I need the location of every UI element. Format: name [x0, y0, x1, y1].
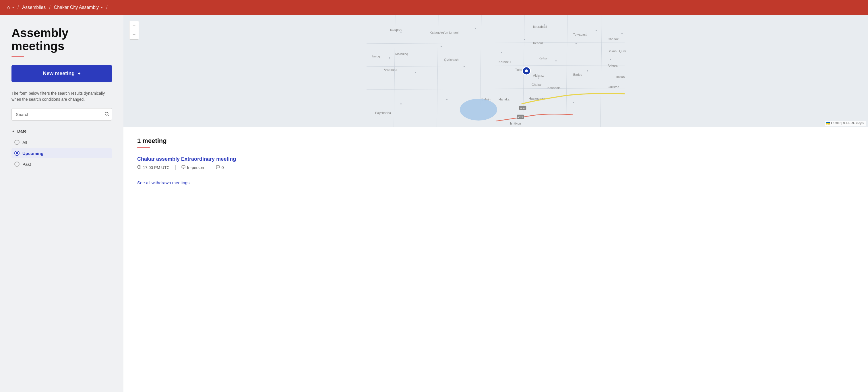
date-filter-section: ▲ Date All Upcoming Past — [11, 129, 112, 169]
svg-text:Aldaraz: Aldaraz — [533, 74, 544, 77]
search-button[interactable] — [104, 111, 109, 118]
topbar: ⌂ ▾ / Assemblies / Chakar City Assembly … — [0, 0, 868, 15]
page-title: Assembly meetings — [11, 26, 112, 53]
clock-icon — [137, 165, 141, 170]
svg-text:Hanaka: Hanaka — [499, 98, 510, 101]
separator-1: / — [18, 5, 19, 10]
svg-point-27 — [538, 77, 539, 78]
svg-point-28 — [400, 103, 402, 104]
svg-text:Karankul: Karankul — [499, 60, 511, 64]
svg-text:Ishtixon: Ishtixon — [510, 122, 521, 125]
svg-point-15 — [596, 30, 597, 31]
search-input[interactable] — [11, 108, 112, 121]
radio-circle-past — [14, 162, 20, 167]
date-chevron-icon: ▲ — [11, 129, 15, 133]
svg-text:Tolyabasti: Tolyabasti — [573, 33, 587, 36]
date-filter-label: Date — [17, 129, 27, 133]
map-zoom-controls: + − — [129, 21, 139, 40]
search-wrapper — [11, 108, 112, 121]
svg-text:Beshbola: Beshbola — [547, 86, 561, 90]
map-container[interactable]: Boltobi Itburabasi Tolyabasti Charlak Ke… — [123, 15, 868, 127]
svg-text:Keikum: Keikum — [539, 57, 549, 60]
meeting-comments-count: 0 — [222, 165, 224, 170]
svg-rect-67 — [182, 166, 185, 168]
svg-point-16 — [621, 33, 623, 34]
leaflet-flag: 🇺🇦 — [826, 121, 831, 125]
svg-text:Maibuloq: Maibuloq — [395, 52, 408, 56]
here-maps-link[interactable]: HERE maps. — [846, 121, 865, 125]
svg-text:Kesaul: Kesaul — [533, 41, 543, 45]
main-layout: Assembly meetings New meeting + The form… — [0, 15, 868, 392]
radio-past-label: Past — [22, 162, 31, 167]
meeting-item: Chakar assembly Extraordinary meeting 17… — [137, 156, 854, 170]
radio-upcoming-label: Upcoming — [22, 151, 43, 156]
assemblies-link[interactable]: Assemblies — [22, 5, 45, 10]
date-radio-group: All Upcoming Past — [11, 137, 112, 169]
filter-description: The form below filters the search result… — [11, 90, 112, 102]
svg-text:Charlak: Charlak — [608, 37, 619, 41]
svg-text:Qizilchash: Qizilchash — [444, 58, 459, 61]
svg-point-18 — [524, 39, 525, 40]
svg-line-1 — [107, 115, 108, 116]
new-meeting-plus-icon: + — [78, 71, 81, 77]
radio-past[interactable]: Past — [11, 159, 112, 169]
meeting-title-link[interactable]: Chakar assembly Extraordinary meeting — [137, 156, 854, 162]
see-withdrawn-link[interactable]: See all withdrawn meetings — [137, 180, 190, 185]
svg-text:taloq: taloq — [390, 28, 397, 32]
svg-point-21 — [501, 52, 502, 53]
date-filter-header[interactable]: ▲ Date — [11, 129, 112, 133]
map-attribution: 🇺🇦 Leaflet | © HERE maps. — [825, 121, 866, 126]
radio-all-label: All — [22, 140, 27, 145]
svg-point-59 — [460, 99, 497, 121]
svg-point-24 — [415, 72, 416, 73]
home-chevron[interactable]: ▾ — [12, 6, 14, 9]
svg-text:Itburabasi: Itburabasi — [533, 25, 547, 28]
meetings-list: 1 meeting Chakar assembly Extraordinary … — [123, 127, 868, 392]
meeting-time: 17:00 PM UTC — [143, 165, 169, 170]
svg-point-17 — [576, 43, 577, 44]
zoom-in-button[interactable]: + — [129, 21, 138, 30]
svg-text:4P48: 4P48 — [520, 107, 525, 110]
separator-2: / — [49, 5, 50, 10]
meeting-comments-item: 0 — [216, 165, 224, 170]
svg-text:Kattaqo'rg'on tumani: Kattaqo'rg'on tumani — [430, 31, 458, 34]
svg-point-65 — [525, 69, 528, 72]
radio-all[interactable]: All — [11, 137, 112, 147]
meetings-count: 1 meeting — [137, 137, 854, 144]
sidebar: Assembly meetings New meeting + The form… — [0, 15, 123, 392]
meetings-underline — [137, 147, 150, 148]
radio-upcoming[interactable]: Upcoming — [11, 149, 112, 158]
svg-text:Payshanba: Payshanba — [375, 111, 391, 115]
svg-point-0 — [105, 112, 108, 116]
zoom-out-button[interactable]: − — [129, 30, 138, 39]
svg-point-22 — [555, 60, 557, 61]
svg-point-13 — [475, 28, 476, 29]
svg-text:Inklab: Inklab — [616, 75, 625, 78]
radio-circle-upcoming — [14, 151, 20, 156]
title-underline — [11, 56, 24, 57]
svg-text:Guliston: Guliston — [608, 85, 619, 89]
svg-point-29 — [446, 99, 447, 100]
leaflet-link[interactable]: Leaflet — [831, 121, 840, 125]
assembly-chevron[interactable]: ▾ — [101, 6, 103, 9]
svg-text:Qurli: Qurli — [619, 50, 626, 53]
comments-icon — [216, 165, 220, 170]
svg-text:Bakan: Bakan — [608, 50, 617, 53]
separator-3: / — [106, 5, 107, 10]
new-meeting-label: New meeting — [43, 71, 74, 77]
assembly-name-link[interactable]: Chakar City Assembly — [54, 5, 99, 10]
radio-circle-all — [14, 140, 20, 145]
meeting-type: In-person — [187, 165, 204, 170]
home-icon[interactable]: ⌂ — [7, 5, 10, 11]
meeting-type-item: In-person — [181, 165, 210, 170]
content-area: Boltobi Itburabasi Tolyabasti Charlak Ke… — [123, 15, 868, 392]
svg-text:Chakar: Chakar — [532, 83, 542, 86]
new-meeting-button[interactable]: New meeting + — [11, 65, 112, 83]
svg-text:Arabxana: Arabxana — [384, 68, 398, 71]
svg-point-23 — [610, 59, 611, 60]
svg-point-25 — [464, 66, 465, 67]
svg-text:Aktepa: Aktepa — [608, 64, 618, 67]
svg-point-19 — [441, 46, 442, 47]
svg-point-26 — [587, 70, 588, 71]
map-svg: Boltobi Itburabasi Tolyabasti Charlak Ke… — [123, 15, 868, 127]
